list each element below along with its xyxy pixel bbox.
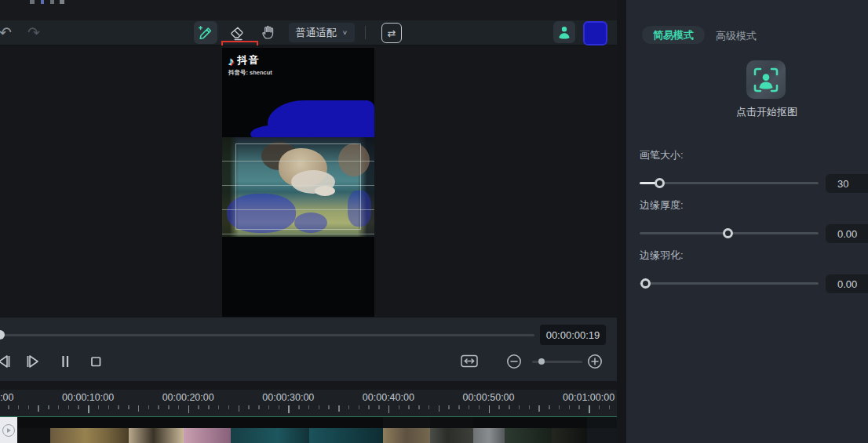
ruler-tick — [348, 405, 350, 409]
clip-thumbnail[interactable] — [50, 417, 129, 443]
tiktok-watermark: ♪ 抖音 抖音号: shencut — [228, 53, 272, 77]
tab-advanced-mode[interactable]: 高级模式 — [716, 29, 757, 43]
clip-letterbox — [129, 417, 184, 428]
eraser-icon — [228, 24, 246, 42]
ruler-tick — [338, 405, 340, 412]
ruler-tick — [439, 405, 440, 412]
redo-button[interactable]: ↷ — [24, 22, 43, 42]
ruler-tick — [148, 405, 150, 409]
portrait-matting-shortcut-button[interactable] — [553, 21, 575, 43]
ruler-tick — [239, 405, 240, 412]
watermark-title: 抖音 — [238, 53, 260, 67]
clip-thumbnail[interactable] — [430, 417, 474, 443]
start-matting-button[interactable] — [746, 60, 786, 99]
brush-size-label: 画笔大小: — [640, 148, 684, 162]
hand-tool-button[interactable] — [258, 23, 277, 42]
timeline-ruler[interactable]: 00:00:00:0000:00:10:0000:00:20:0000:00:3… — [0, 390, 617, 416]
fit-mode-dropdown[interactable]: 普通适配 ∨ — [289, 23, 355, 42]
ruler-tick — [489, 405, 491, 413]
clip-thumbnail[interactable] — [184, 417, 232, 443]
ruler-tick — [469, 405, 470, 409]
ruler-tick — [268, 405, 270, 409]
mask-color-swatch[interactable] — [583, 21, 607, 45]
previous-frame-button[interactable] — [0, 352, 13, 371]
clip-thumbnail[interactable] — [473, 417, 505, 443]
clip-frame-image — [231, 428, 309, 443]
ruler-tick — [498, 405, 500, 409]
clip-thumbnail[interactable] — [552, 417, 588, 443]
eraser-tool-button[interactable] — [224, 23, 250, 43]
ruler-tick — [88, 405, 89, 413]
seek-bar[interactable] — [0, 334, 534, 336]
fit-timeline-button[interactable] — [460, 354, 479, 372]
zoom-out-button[interactable] — [505, 353, 524, 372]
clip-thumbnail[interactable] — [231, 417, 310, 443]
ruler-tick — [589, 405, 590, 413]
slider-thumb[interactable] — [640, 278, 651, 289]
brush-size-value[interactable]: 30 — [826, 174, 868, 193]
edge-thickness-slider[interactable] — [640, 227, 819, 238]
slider-thumb[interactable] — [723, 228, 733, 238]
replace-refresh-button[interactable]: ⇄ — [381, 23, 402, 43]
toolbar-divider — [365, 26, 366, 39]
seek-thumb[interactable] — [0, 330, 5, 340]
edge-feather-label: 边缘羽化: — [640, 249, 684, 263]
person-icon — [556, 24, 573, 41]
clip-thumbnail[interactable] — [505, 417, 553, 443]
timecode-display: 00:00:00:19 — [540, 325, 606, 345]
ruler-tick — [248, 405, 250, 409]
ruler-tick — [368, 405, 370, 409]
tab-simple-mode[interactable]: 简易模式 — [642, 26, 705, 44]
clip-frame-image — [129, 428, 184, 443]
brush-tool-button[interactable] — [194, 21, 217, 44]
undo-button[interactable]: ↶ — [0, 22, 15, 42]
ruler-tick — [359, 405, 360, 409]
clip-frame-image — [505, 428, 552, 443]
slider-track[interactable] — [640, 282, 819, 285]
selection-outline — [235, 143, 361, 230]
clip-letterbox — [309, 417, 383, 428]
brush-size-slider[interactable] — [640, 177, 819, 188]
video-frame[interactable]: ♪ 抖音 抖音号: shencut — [222, 48, 374, 317]
slider-track[interactable] — [640, 182, 819, 184]
edge-feather-value[interactable]: 0.00 — [826, 274, 868, 293]
ruler-tick — [38, 405, 39, 412]
matting-panel: 简易模式 高级模式 点击开始抠图 画笔大小: 30 边缘厚度: — [626, 0, 868, 443]
clip-frame-image — [430, 428, 473, 443]
clip-frame-image — [17, 428, 50, 443]
panel-divider — [617, 0, 626, 443]
ruler-tick — [218, 405, 220, 409]
ruler-timestamp: 00:00:40:00 — [354, 392, 423, 403]
zoom-in-button[interactable] — [586, 353, 605, 372]
ruler-tick — [228, 405, 230, 409]
video-content-cat-scene — [222, 137, 374, 237]
tab-advanced-mode-label: 高级模式 — [716, 30, 757, 42]
stop-button[interactable] — [86, 352, 105, 371]
timeline-zoom-thumb[interactable] — [538, 358, 545, 365]
ruler-tick — [479, 405, 480, 409]
clip-thumbnail[interactable] — [17, 417, 51, 443]
next-frame-button[interactable] — [24, 352, 42, 371]
clip-thumbnail[interactable] — [383, 417, 431, 443]
truncated-window-title — [30, 0, 80, 4]
hand-icon — [260, 24, 276, 41]
timecode-value: 00:00:00:19 — [546, 329, 600, 341]
edge-thickness-value-text: 0.00 — [837, 228, 857, 240]
clip-thumbnail[interactable] — [129, 417, 184, 443]
pause-button[interactable] — [56, 352, 75, 371]
ruler-tick — [519, 405, 520, 409]
portrait-matting-icon — [752, 66, 780, 94]
slider-thumb[interactable] — [655, 178, 665, 188]
edge-feather-slider[interactable] — [640, 278, 819, 289]
clip-thumbnail[interactable] — [587, 417, 617, 443]
clip-thumbnail[interactable] — [309, 417, 384, 443]
redo-icon: ↷ — [27, 25, 40, 40]
ruler-timestamp: 00:00:10:00 — [53, 392, 122, 403]
ruler-tick — [378, 405, 380, 409]
ruler-tick — [308, 405, 310, 409]
edge-thickness-value[interactable]: 0.00 — [826, 224, 868, 243]
ruler-tick — [279, 405, 280, 409]
clip-poster-thumbnail[interactable] — [0, 417, 18, 443]
playback-controls: 00:00:00:19 — [0, 318, 617, 381]
timeline-filmstrip[interactable] — [0, 416, 617, 443]
